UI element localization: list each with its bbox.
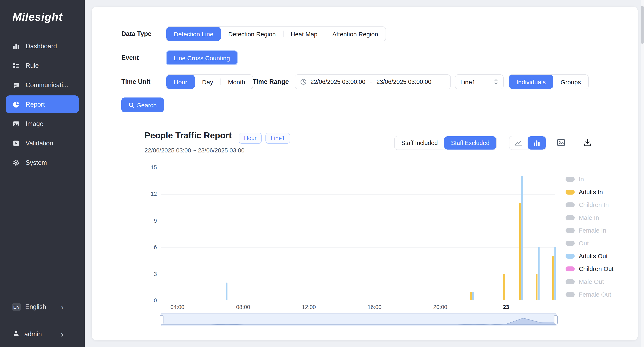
dashboard-icon <box>12 42 20 50</box>
slider-handle-right[interactable] <box>554 315 558 324</box>
chart-type-group <box>509 136 546 150</box>
data-type-detection-region[interactable]: Detection Region <box>221 27 283 41</box>
time-range-label: Time Range <box>253 74 289 89</box>
slider-handle-left[interactable] <box>160 315 164 324</box>
event-label: Event <box>121 50 139 65</box>
time-unit-month[interactable]: Month <box>220 75 252 89</box>
sidebar-item-label: Validation <box>26 139 53 147</box>
staff-included-button[interactable]: Staff Included <box>395 136 444 150</box>
scrollbar[interactable] <box>641 0 644 347</box>
mode-groups[interactable]: Groups <box>553 75 588 89</box>
sidebar-item-report[interactable]: Report <box>6 95 79 113</box>
legend-item-female-out[interactable]: Female Out <box>566 288 614 301</box>
x-axis-tick-label: 12:00 <box>296 304 322 310</box>
scrollbar-thumb[interactable] <box>641 6 644 44</box>
bar-adults-out <box>522 176 523 300</box>
report-icon <box>12 101 20 108</box>
gridline <box>161 194 555 195</box>
language-badge-icon: EN <box>12 303 21 311</box>
y-axis-tick-label: 0 <box>143 297 157 304</box>
x-axis-tick-label: 23 <box>493 304 519 310</box>
time-unit-group: Hour Day Month <box>166 74 253 89</box>
sidebar-item-label: Report <box>26 101 45 108</box>
gridline <box>161 247 555 248</box>
legend-swatch-icon <box>566 253 575 258</box>
event-line-cross-counting-button[interactable]: Line Cross Counting <box>166 50 238 65</box>
line-chart-icon[interactable] <box>510 136 528 150</box>
y-axis-tick-label: 12 <box>143 191 157 197</box>
bar-chart-icon[interactable] <box>528 136 546 150</box>
user-menu[interactable]: admin › <box>12 330 64 339</box>
legend-item-in[interactable]: In <box>566 173 614 185</box>
bar-adults-in <box>470 291 472 300</box>
sidebar-item-communication[interactable]: Communicati... <box>0 75 85 95</box>
sidebar-item-validation[interactable]: Validation <box>0 133 85 153</box>
legend-item-adults-out[interactable]: Adults Out <box>566 249 614 262</box>
sidebar-item-label: Image <box>26 120 43 127</box>
user-icon <box>12 330 20 339</box>
legend-swatch-icon <box>566 241 575 246</box>
y-axis-tick-label: 15 <box>143 164 157 171</box>
legend-item-children-out[interactable]: Children Out <box>566 262 614 275</box>
legend-item-female-in[interactable]: Female In <box>566 224 614 237</box>
legend-item-adults-in[interactable]: Adults In <box>566 185 614 198</box>
bar-adults-out <box>554 247 556 300</box>
save-image-icon[interactable] <box>555 136 567 149</box>
sidebar-item-label: System <box>26 159 47 166</box>
bar-adults-in <box>536 274 538 300</box>
legend-item-out[interactable]: Out <box>566 237 614 249</box>
sidebar-item-system[interactable]: System <box>0 153 85 172</box>
legend-item-male-out[interactable]: Male Out <box>566 275 614 288</box>
x-axis-tick-label: 16:00 <box>362 304 388 310</box>
legend-item-children-in[interactable]: Children In <box>566 198 614 211</box>
app-window: Milesight Dashboard Rule Communicati... … <box>0 0 644 347</box>
line-select-value: Line1 <box>460 78 475 85</box>
system-icon <box>12 159 20 166</box>
mode-group: Individuals Groups <box>508 74 589 89</box>
sidebar-item-label: Dashboard <box>26 42 57 50</box>
bar-adults-out <box>472 291 474 300</box>
sidebar-menu: Dashboard Rule Communicati... Report Ima… <box>0 36 85 172</box>
image-icon <box>12 120 20 127</box>
data-type-group: Detection Line Detection Region Heat Map… <box>166 27 386 41</box>
legend-swatch-icon <box>566 189 575 194</box>
time-unit-label: Time Unit <box>121 74 150 89</box>
time-unit-hour[interactable]: Hour <box>166 75 195 89</box>
clock-icon <box>300 79 307 85</box>
y-axis-tick-label: 9 <box>143 218 157 224</box>
sidebar-item-dashboard[interactable]: Dashboard <box>0 36 85 56</box>
chart-legend: In Adults In Children In Male In Female … <box>566 173 614 301</box>
time-range-start: 22/06/2025 03:00:00 <box>310 79 365 85</box>
time-unit-day[interactable]: Day <box>195 75 220 89</box>
bar-adults-out <box>226 282 228 300</box>
legend-swatch-icon <box>566 202 575 207</box>
data-type-label: Data Type <box>121 27 152 41</box>
rule-icon <box>12 62 20 69</box>
sidebar-item-rule[interactable]: Rule <box>0 56 85 75</box>
data-type-detection-line[interactable]: Detection Line <box>166 27 221 41</box>
download-icon[interactable] <box>581 136 594 149</box>
staff-excluded-button[interactable]: Staff Excluded <box>444 136 496 150</box>
y-axis-tick-label: 6 <box>143 244 157 250</box>
legend-swatch-icon <box>566 266 575 271</box>
slider-silhouette-path <box>162 318 556 325</box>
search-icon <box>128 102 134 108</box>
data-zoom-slider[interactable] <box>161 313 556 326</box>
line-select[interactable]: Line1 <box>455 74 504 89</box>
time-range-input[interactable]: 22/06/2025 03:00:00 - 23/06/2025 03:00:0… <box>295 74 451 89</box>
chart-plot[interactable]: 0369121504:0008:0012:0016:0020:0023 <box>161 168 555 301</box>
data-type-attention-region[interactable]: Attention Region <box>325 27 386 41</box>
legend-swatch-icon <box>566 279 575 284</box>
milesight-logo: Milesight <box>12 11 62 24</box>
search-button[interactable]: Search <box>121 98 164 112</box>
x-axis-line <box>161 300 555 301</box>
user-label: admin <box>24 330 42 338</box>
data-type-heat-map[interactable]: Heat Map <box>283 27 325 41</box>
legend-item-male-in[interactable]: Male In <box>566 211 614 224</box>
language-selector[interactable]: EN English › <box>12 303 64 311</box>
mode-individuals[interactable]: Individuals <box>509 75 553 89</box>
y-axis-tick-label: 3 <box>143 271 157 277</box>
report-badge-hour: Hour <box>238 133 262 144</box>
spinner-arrows-icon[interactable] <box>494 78 498 86</box>
sidebar-item-image[interactable]: Image <box>0 114 85 133</box>
